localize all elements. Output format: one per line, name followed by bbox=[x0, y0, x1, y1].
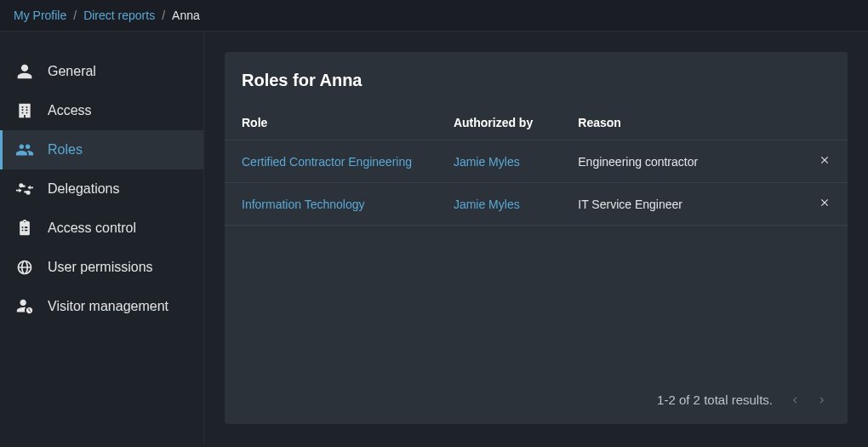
sidebar-item-label: Access control bbox=[48, 221, 136, 236]
clipboard-icon bbox=[15, 219, 34, 238]
roles-table: Role Authorized by Reason Certified Cont… bbox=[225, 106, 848, 226]
table-row: Information Technology Jamie Myles IT Se… bbox=[225, 183, 848, 226]
globe-icon bbox=[15, 258, 34, 277]
table-footer: 1-2 of 2 total results. bbox=[225, 379, 848, 424]
building-icon bbox=[15, 101, 34, 120]
column-header-authorized-by: Authorized by bbox=[437, 106, 561, 140]
remove-role-button[interactable] bbox=[819, 197, 831, 209]
sidebar-item-roles[interactable]: Roles bbox=[0, 130, 203, 169]
reason-cell: Engineering contractor bbox=[561, 140, 802, 183]
next-page-button[interactable] bbox=[817, 395, 827, 405]
sidebar-item-general[interactable]: General bbox=[0, 52, 203, 91]
user-clock-icon bbox=[15, 297, 34, 316]
user-icon bbox=[15, 62, 34, 81]
reason-cell: IT Service Engineer bbox=[561, 183, 802, 226]
sidebar-item-visitor-management[interactable]: Visitor management bbox=[0, 287, 203, 326]
users-icon bbox=[15, 140, 34, 159]
sidebar-item-label: Roles bbox=[48, 142, 83, 158]
breadcrumb: My Profile / Direct reports / Anna bbox=[0, 0, 868, 32]
breadcrumb-link-direct-reports[interactable]: Direct reports bbox=[83, 9, 155, 22]
authorized-by-link[interactable]: Jamie Myles bbox=[437, 183, 561, 226]
panel-title: Roles for Anna bbox=[225, 52, 848, 106]
role-link[interactable]: Certified Contractor Engineering bbox=[225, 140, 437, 183]
results-count: 1-2 of 2 total results. bbox=[657, 393, 773, 407]
sidebar-item-label: General bbox=[48, 64, 96, 79]
breadcrumb-current: Anna bbox=[172, 9, 200, 22]
sidebar-item-label: User permissions bbox=[48, 260, 153, 275]
remove-role-button[interactable] bbox=[819, 154, 831, 166]
breadcrumb-link-my-profile[interactable]: My Profile bbox=[14, 9, 66, 22]
sidebar-item-user-permissions[interactable]: User permissions bbox=[0, 248, 203, 287]
sidebar-item-label: Access bbox=[48, 103, 92, 118]
sidebar-item-delegations[interactable]: Delegations bbox=[0, 169, 203, 209]
breadcrumb-separator: / bbox=[162, 9, 165, 22]
exchange-icon bbox=[15, 180, 34, 198]
column-header-reason: Reason bbox=[561, 106, 802, 140]
roles-panel: Roles for Anna Role Authorized by Reason… bbox=[225, 52, 848, 424]
sidebar-item-label: Visitor management bbox=[48, 299, 168, 314]
sidebar-item-access[interactable]: Access bbox=[0, 91, 203, 130]
sidebar-item-label: Delegations bbox=[48, 181, 120, 197]
main-content: Roles for Anna Role Authorized by Reason… bbox=[204, 32, 868, 444]
authorized-by-link[interactable]: Jamie Myles bbox=[437, 140, 561, 183]
prev-page-button[interactable] bbox=[790, 395, 800, 405]
role-link[interactable]: Information Technology bbox=[225, 183, 437, 226]
column-header-role: Role bbox=[225, 106, 437, 140]
sidebar-item-access-control[interactable]: Access control bbox=[0, 209, 203, 248]
breadcrumb-separator: / bbox=[73, 9, 77, 22]
sidebar: General Access Roles Delegations Access bbox=[0, 32, 204, 444]
table-row: Certified Contractor Engineering Jamie M… bbox=[225, 140, 848, 183]
